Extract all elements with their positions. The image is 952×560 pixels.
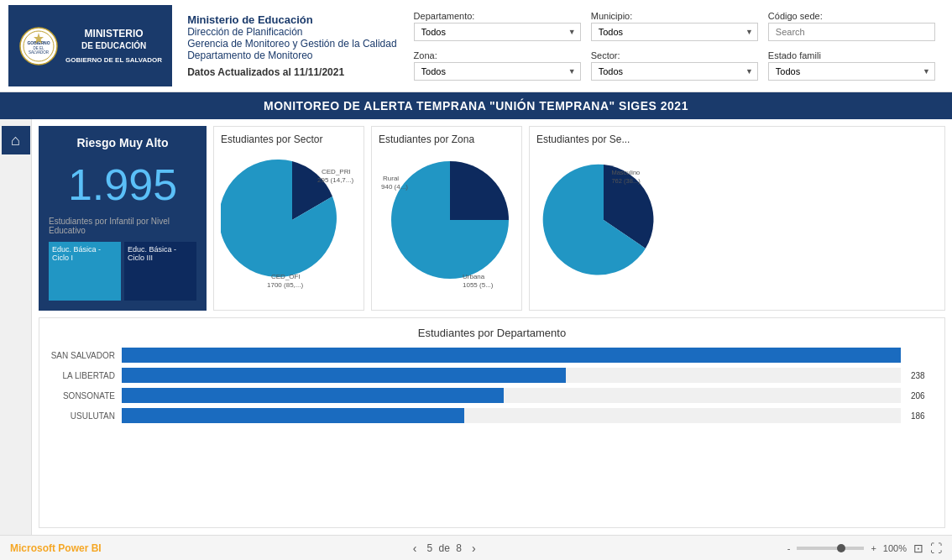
ministry-title1: Ministerio de Educación [187,13,396,26]
sexo-pie-svg: Masculino 762 (38...) [536,149,671,291]
ministry-title2: Dirección de Planificación [187,26,396,38]
bar-value-3: 206 [911,391,936,400]
zoom-minus[interactable]: - [787,543,791,553]
bar-label-1: SAN SALVADOR [48,351,115,360]
ministry-title3: Gerencia de Monitoreo y Gestión de la Ca… [187,38,396,50]
estado-label: Estado famili [768,50,935,60]
bar-fill-2 [122,368,566,383]
page-navigation: ‹ 5 de 8 › [410,542,479,555]
header: GOBIERNO DE EL SALVADOR MINISTERIO DE ED… [0,0,952,92]
edu-section-title: Estudiantes por Infantil por Nivel Educa… [49,217,196,235]
codigo-filter: Código sede: [768,11,935,41]
page-indicator: 5 de 8 [427,542,462,554]
departamento-select[interactable]: Todos [414,23,581,41]
sector-value-ofi: 1700 (85,...) [267,281,303,289]
main-content: ⌂ Riesgo Muy Alto 1.995 Estudiantes por … [0,119,952,535]
estado-filter: Estado famili Todos [768,50,935,81]
zona-select-wrap[interactable]: Todos [414,62,581,81]
sector-select[interactable]: Todos [591,62,758,81]
zona-value-rural: 940 (4...) [381,183,408,191]
bar-track-3 [122,388,901,403]
sector-pie-svg: CED_PRI 295 (14,7...) CED_OFI 1700 (85,.… [221,149,364,291]
bar-fill-1 [122,348,901,363]
sector-filter: Sector: Todos [591,50,758,81]
powerbi-brand[interactable]: Microsoft Power BI [10,542,102,554]
bar-track-1 [122,348,901,363]
edu-levels-row: Educ. Básica - Ciclo I Educ. Básica - Ci… [49,242,196,301]
bar-label-4: USULUTAN [48,411,115,421]
municipio-label: Municipio: [591,11,758,21]
bar-label-2: LA LIBERTAD [48,371,115,380]
footer: Microsoft Power BI ‹ 5 de 8 › - + 100% ⊡… [0,535,952,560]
zona-filter: Zona: Todos [414,50,581,81]
edu-level-2: Educ. Básica - Ciclo III [124,242,196,301]
zona-label-rural: Rural [383,175,399,182]
fullscreen-icon[interactable]: ⛶ [930,542,942,555]
zona-value-urbana: 1055 (5...) [463,281,494,289]
bar-value-2: 238 [911,371,936,380]
departamento-title: Estudiantes por Departamento [48,327,936,339]
sector-label-pri: CED_PRI [322,168,351,175]
sector-value-pri: 295 (14,7...) [317,176,353,184]
content-area: Riesgo Muy Alto 1.995 Estudiantes por In… [32,119,952,535]
sexo-chart: Estudiantes por Se... Masculino 762 (38.… [529,126,945,311]
svg-text:SALVADOR: SALVADOR [29,50,50,55]
zoom-plus[interactable]: + [871,543,876,553]
left-sidebar: ⌂ [0,119,32,535]
departamento-label: Departamento: [414,11,581,21]
bar-value-4: 186 [911,411,936,421]
ministry-title4: Departamento de Monitoreo [187,50,396,61]
zona-label: Zona: [414,50,581,60]
municipio-select-wrap[interactable]: Todos [591,23,758,41]
risk-title: Riesgo Muy Alto [76,136,168,149]
total-pages: 8 [456,542,462,554]
next-page-button[interactable]: › [468,542,479,555]
filter-panel: Departamento: Todos Municipio: Todos Cód… [405,5,944,86]
current-page: 5 [427,542,433,554]
estado-select-wrap[interactable]: Todos [768,62,935,81]
sector-label: Sector: [591,50,758,60]
table-row: USULUTAN 186 [48,408,936,423]
zona-select[interactable]: Todos [414,62,581,81]
edu-level-1: Educ. Básica - Ciclo I [49,242,121,301]
bar-track-2 [122,368,901,383]
municipio-select[interactable]: Todos [591,23,758,41]
sector-chart-title: Estudiantes por Sector [221,133,357,145]
government-emblem: GOBIERNO DE EL SALVADOR [18,26,59,66]
home-button[interactable]: ⌂ [2,126,30,154]
zona-pie-svg: Rural 940 (4...) Urbana 1055 (5...) [379,149,521,291]
bar-label-3: SONSONATE [48,391,115,400]
sector-select-wrap[interactable]: Todos [591,62,758,81]
header-info: Ministerio de Educación Dirección de Pla… [180,5,396,86]
bar-fill-4 [122,408,464,423]
table-row: SAN SALVADOR [48,348,936,363]
top-row: Riesgo Muy Alto 1.995 Estudiantes por In… [39,126,945,311]
sexo-value-masc: 762 (38...) [611,177,641,185]
sexo-chart-title: Estudiantes por Se... [536,133,938,145]
codigo-label: Código sede: [768,11,935,21]
zona-chart-title: Estudiantes por Zona [379,133,515,145]
main-title: MONITOREO DE ALERTA TEMPRANA "UNIÓN TEMP… [264,99,688,113]
municipio-filter: Municipio: Todos [591,11,758,41]
codigo-input[interactable] [768,23,935,41]
zona-label-urbana: Urbana [463,273,485,280]
page-separator: de [439,542,450,554]
table-row: SONSONATE 206 [48,388,936,403]
fit-page-icon[interactable]: ⊡ [913,542,923,555]
sector-label-ofi: CED_OFI [271,273,301,280]
bar-fill-3 [122,388,504,403]
zoom-bar[interactable] [797,547,864,550]
zoom-thumb [837,544,845,552]
sector-chart: Estudiantes por Sector CED_PRI 295 (14,7… [213,126,364,311]
estado-select[interactable]: Todos [768,62,935,81]
update-date: Datos Actualizados al 11/11/2021 [187,66,396,78]
home-icon: ⌂ [11,132,20,149]
departamento-filter: Departamento: Todos [414,11,581,41]
sexo-label-masc: Masculino [611,169,640,176]
departamento-chart: Estudiantes por Departamento SAN SALVADO… [39,317,945,528]
prev-page-button[interactable]: ‹ [410,542,421,555]
risk-card: Riesgo Muy Alto 1.995 Estudiantes por In… [39,126,207,311]
footer-right: - + 100% ⊡ ⛶ [787,542,942,555]
departamento-select-wrap[interactable]: Todos [414,23,581,41]
bar-chart: SAN SALVADOR LA LIBERTAD 238 [48,348,936,519]
